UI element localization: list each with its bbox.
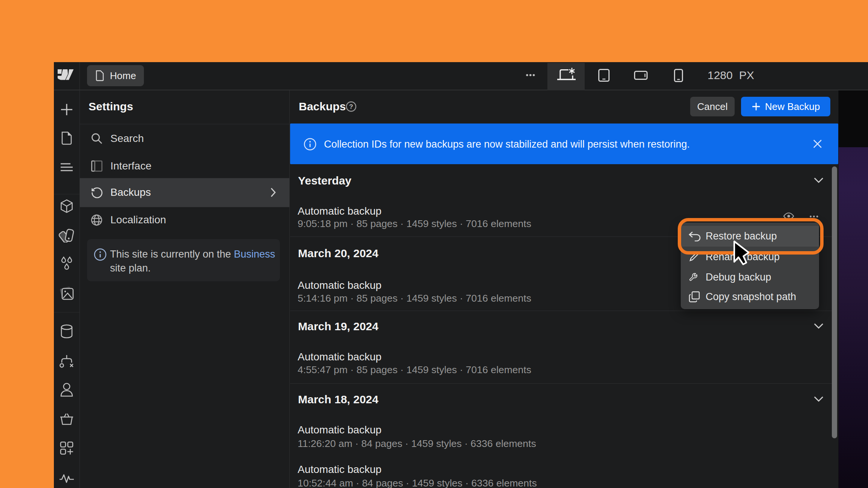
svg-text:?: ? (349, 103, 353, 110)
